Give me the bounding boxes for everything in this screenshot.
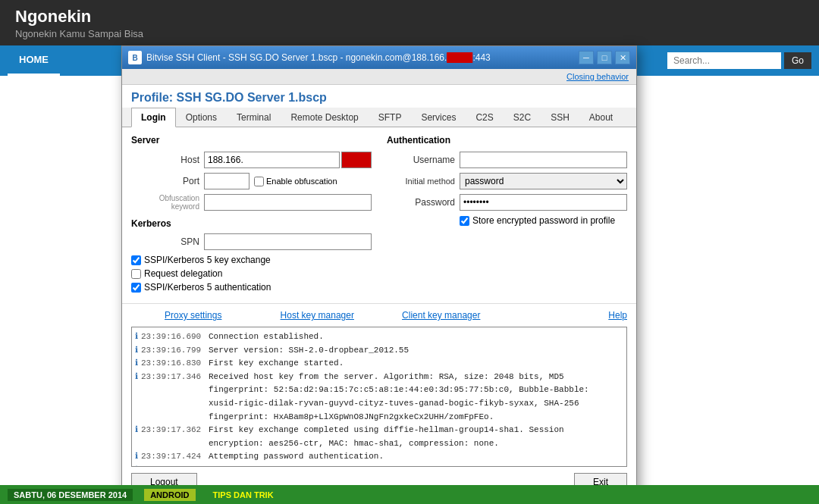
dialog-app-icon: B bbox=[128, 51, 142, 64]
log-time-1: 23:39:16.690 bbox=[141, 330, 206, 344]
log-msg-1: Connection established. bbox=[209, 330, 324, 344]
initial-method-select[interactable]: password bbox=[460, 173, 627, 189]
server-section: Server Host ████ Port 443 Enable obfusca… bbox=[131, 135, 372, 296]
client-key-manager-link[interactable]: Client key manager bbox=[379, 310, 504, 321]
initial-method-row: Initial method password bbox=[387, 173, 627, 189]
sspi-kerberos-exchange-checkbox[interactable] bbox=[131, 255, 141, 265]
search-button[interactable]: Go bbox=[784, 52, 811, 69]
dialog-title-text: Bitvise SSH Client - SSH SG.DO Server 1.… bbox=[146, 52, 579, 63]
tab-services[interactable]: Services bbox=[411, 108, 466, 127]
log-msg-2: Server version: SSH-2.0-dropbear_2012.55 bbox=[209, 344, 409, 358]
spn-label: SPN bbox=[131, 236, 199, 247]
log-msg-5: First key exchange completed using diffi… bbox=[209, 424, 623, 450]
log-row-5: ℹ 23:39:17.362 First key exchange comple… bbox=[135, 424, 623, 450]
site-subtitle: Ngonekin Kamu Sampai Bisa bbox=[15, 28, 143, 39]
log-icon-5: ℹ bbox=[135, 424, 138, 450]
log-msg-3: First key exchange started. bbox=[209, 357, 344, 371]
log-msg-4: Received host key from the server. Algor… bbox=[209, 371, 623, 424]
password-input[interactable] bbox=[460, 194, 627, 211]
server-section-title: Server bbox=[131, 135, 372, 146]
dialog-titlebar: B Bitvise SSH Client - SSH SG.DO Server … bbox=[122, 46, 636, 69]
profile-title: Profile: SSH SG.DO Server 1.bscp bbox=[122, 85, 636, 108]
log-row-2: ℹ 23:39:16.799 Server version: SSH-2.0-d… bbox=[135, 344, 623, 358]
enable-obfuscation-checkbox[interactable] bbox=[254, 177, 264, 186]
obfuscation-keyword-input[interactable] bbox=[204, 194, 372, 211]
log-row-4: ℹ 23:39:17.346 Received host key from th… bbox=[135, 371, 623, 424]
port-row: Port 443 Enable obfuscation bbox=[131, 173, 372, 189]
ssh-dialog: B Bitvise SSH Client - SSH SG.DO Server … bbox=[121, 45, 637, 498]
store-password-label: Store encrypted password in profile bbox=[472, 215, 615, 226]
tab-c2s[interactable]: C2S bbox=[466, 108, 503, 127]
log-time-2: 23:39:16.799 bbox=[141, 344, 206, 358]
proxy-settings-link[interactable]: Proxy settings bbox=[131, 310, 256, 321]
sspi-kerberos-auth-label: SSPI/Kerberos 5 authentication bbox=[144, 282, 271, 293]
password-row: Password bbox=[387, 194, 627, 211]
tab-s2c[interactable]: S2C bbox=[504, 108, 541, 127]
subtitle-bar: Closing behavior bbox=[122, 69, 636, 85]
log-msg-6: Attempting password authentication. bbox=[209, 450, 384, 464]
tab-ssh[interactable]: SSH bbox=[541, 108, 579, 127]
log-icon-7: ℹ bbox=[135, 464, 138, 467]
username-label: Username bbox=[387, 155, 455, 165]
host-key-manager-link[interactable]: Host key manager bbox=[256, 310, 380, 321]
tab-sftp[interactable]: SFTP bbox=[369, 108, 412, 127]
log-time-3: 23:39:16.830 bbox=[141, 357, 206, 371]
log-time-5: 23:39:17.362 bbox=[141, 424, 206, 450]
log-time-4: 23:39:17.346 bbox=[141, 371, 206, 424]
log-icon-4: ℹ bbox=[135, 371, 138, 424]
bottom-tips[interactable]: TIPS DAN TRIK bbox=[207, 489, 280, 501]
host-label: Host bbox=[131, 155, 199, 165]
log-section[interactable]: ℹ 23:39:16.690 Connection established. ℹ… bbox=[131, 327, 627, 467]
maximize-button[interactable]: □ bbox=[597, 51, 612, 64]
request-delegation-row: Request delegation bbox=[131, 268, 372, 279]
nav-home[interactable]: HOME bbox=[8, 45, 60, 76]
search-input[interactable] bbox=[667, 52, 781, 69]
site-title: Ngonekin bbox=[15, 7, 143, 27]
obfuscation-keyword-row: Obfuscation keyword bbox=[131, 194, 372, 211]
request-delegation-checkbox[interactable] bbox=[131, 269, 141, 279]
log-icon-2: ℹ bbox=[135, 344, 138, 358]
sspi-kerberos-auth-checkbox[interactable] bbox=[131, 283, 141, 293]
closing-behavior-link[interactable]: Closing behavior bbox=[566, 72, 629, 81]
spn-input[interactable] bbox=[204, 233, 372, 250]
log-content: ℹ 23:39:16.690 Connection established. ℹ… bbox=[132, 327, 626, 467]
log-row-7: ℹ 23:39:17.533 Authentication completed. bbox=[135, 464, 623, 467]
tab-login[interactable]: Login bbox=[131, 108, 176, 127]
help-link[interactable]: Help bbox=[504, 310, 628, 321]
store-password-row: Store encrypted password in profile bbox=[460, 215, 627, 226]
store-password-checkbox[interactable] bbox=[460, 216, 469, 226]
enable-obfuscation-label: Enable obfuscation bbox=[254, 177, 337, 186]
top-bar: Ngonekin Ngonekin Kamu Sampai Bisa bbox=[0, 0, 819, 45]
initial-method-label: Initial method bbox=[387, 177, 455, 186]
host-row: Host ████ bbox=[131, 152, 372, 168]
dialog-window-controls: ─ □ ✕ bbox=[579, 51, 630, 64]
bottom-android[interactable]: ANDROID bbox=[144, 489, 195, 501]
sspi-auth-row: SSPI/Kerberos 5 authentication bbox=[131, 282, 372, 293]
dialog-body: Server Host ████ Port 443 Enable obfusca… bbox=[122, 127, 636, 303]
username-input[interactable]: ngonekin.com bbox=[460, 152, 627, 168]
minimize-button[interactable]: ─ bbox=[579, 51, 594, 64]
proxy-links: Proxy settings Host key manager Client k… bbox=[122, 303, 636, 327]
tab-about[interactable]: About bbox=[579, 108, 623, 127]
port-input[interactable]: 443 bbox=[204, 173, 249, 189]
log-msg-7: Authentication completed. bbox=[209, 464, 334, 467]
auth-section: Authentication Username ngonekin.com Ini… bbox=[387, 135, 627, 296]
log-icon-1: ℹ bbox=[135, 330, 138, 344]
close-button[interactable]: ✕ bbox=[615, 51, 630, 64]
kerberos-section: Kerberos SPN SSPI/Kerberos 5 key exchang… bbox=[131, 218, 372, 293]
bottom-bar: SABTU, 06 DESEMBER 2014 ANDROID TIPS DAN… bbox=[0, 485, 819, 504]
tab-options[interactable]: Options bbox=[176, 108, 227, 127]
tab-terminal[interactable]: Terminal bbox=[227, 108, 281, 127]
dialog-tabs: Login Options Terminal Remote Desktop SF… bbox=[122, 108, 636, 127]
password-label: Password bbox=[387, 197, 455, 208]
log-time-6: 23:39:17.424 bbox=[141, 450, 206, 464]
log-row-3: ℹ 23:39:16.830 First key exchange starte… bbox=[135, 357, 623, 371]
kerberos-title: Kerberos bbox=[131, 218, 372, 229]
bottom-date: SABTU, 06 DESEMBER 2014 bbox=[8, 489, 133, 501]
obfuscation-keyword-label: Obfuscation keyword bbox=[131, 194, 199, 211]
request-delegation-label: Request delegation bbox=[144, 268, 222, 279]
host-input[interactable] bbox=[204, 152, 340, 168]
spn-row: SPN bbox=[131, 233, 372, 250]
log-row-6: ℹ 23:39:17.424 Attempting password authe… bbox=[135, 450, 623, 464]
tab-remote-desktop[interactable]: Remote Desktop bbox=[281, 108, 368, 127]
